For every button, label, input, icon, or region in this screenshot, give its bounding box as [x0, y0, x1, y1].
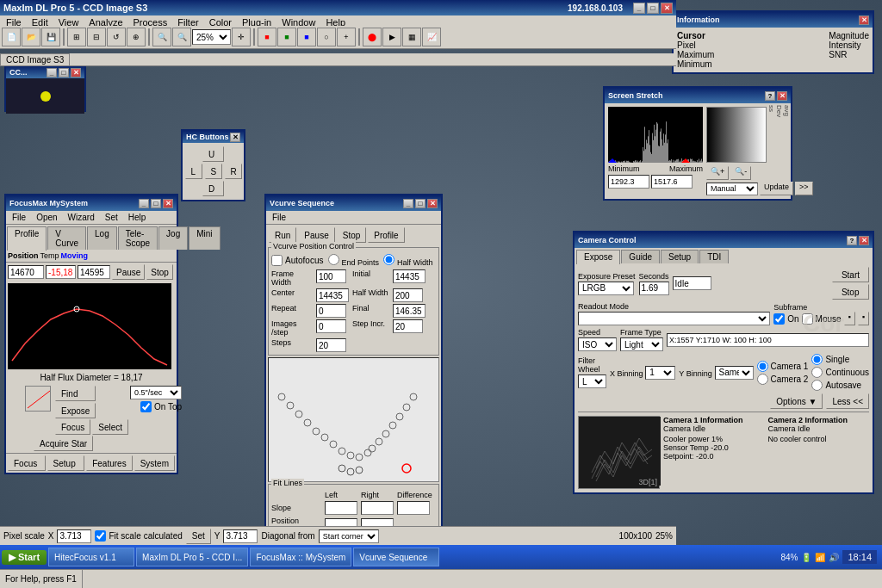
vc-steps-input[interactable]	[316, 338, 346, 352]
fm-ontop-check[interactable]	[140, 401, 152, 412]
vc-stepincr-input[interactable]	[393, 319, 423, 333]
taskbar-item-maxim[interactable]: MaxIm DL Pro 5 - CCD I...	[136, 548, 248, 566]
ss-close[interactable]: ✕	[777, 91, 787, 101]
fm-acquire-button[interactable]: Acquire Star	[34, 436, 93, 451]
hc-close[interactable]: ✕	[230, 133, 240, 142]
vc-slope-left[interactable]	[325, 501, 357, 515]
cam-seconds-input[interactable]	[639, 282, 669, 295]
vc-max[interactable]: □	[415, 199, 425, 208]
cam-stop-button[interactable]: Stop	[832, 284, 869, 300]
taskbar-item-hitec[interactable]: HitecFocus v1.1	[48, 548, 134, 566]
tb-bar-chart[interactable]: ▦	[402, 28, 421, 46]
fm-menu-file[interactable]: File	[8, 212, 30, 223]
tb-btn-1[interactable]: ⊞	[67, 28, 86, 46]
hc-u-button[interactable]: U	[202, 146, 224, 162]
stretch-min-input[interactable]	[608, 175, 649, 189]
taskbar-item-focusmax[interactable]: FocusMax :: MySystem	[250, 548, 351, 566]
cam-tab-tdi[interactable]: TDI	[699, 250, 729, 263]
tb-play[interactable]: ▶	[382, 28, 401, 46]
cam-continuous-radio[interactable]	[811, 367, 823, 378]
tb-graph[interactable]: 📈	[422, 28, 441, 46]
cam-cam1-radio[interactable]	[757, 361, 768, 372]
tb-btn-2[interactable]: ⊟	[87, 28, 106, 46]
taskbar-item-vcurve[interactable]: Vcurve Sequence	[353, 548, 439, 566]
close-button[interactable]: ✕	[661, 3, 673, 14]
vc-run-button[interactable]: Run	[269, 227, 296, 243]
fm-min[interactable]: _	[139, 199, 149, 208]
cam-frametype-select[interactable]: Light	[620, 337, 663, 351]
hc-s-button[interactable]: S	[205, 164, 222, 179]
fm-menu-wizard[interactable]: Wizard	[64, 212, 99, 223]
cam-subframe-btn1[interactable]: ▪	[844, 312, 855, 325]
cam-help[interactable]: ?	[847, 236, 857, 245]
zoom-select[interactable]: 25% 50% 100%	[192, 29, 231, 45]
vc-hw2-input[interactable]	[393, 288, 423, 302]
fm-expose-button[interactable]: Expose	[55, 403, 96, 418]
ccd-close[interactable]: ✕	[71, 68, 81, 77]
vc-fw-input[interactable]	[316, 269, 346, 283]
vc-stop-button[interactable]: Stop	[337, 227, 367, 243]
fm-menu-help[interactable]: Help	[124, 212, 151, 223]
start-button[interactable]: ▶ Start	[2, 550, 47, 565]
fm-pause-button[interactable]: Pause	[112, 264, 145, 280]
fm-stop-button[interactable]: Stop	[146, 264, 173, 280]
fm-position-input[interactable]	[8, 265, 44, 279]
fm-bottom-focus[interactable]: Focus	[8, 455, 46, 471]
vc-initial-input[interactable]	[393, 269, 425, 283]
open-button[interactable]: 📂	[22, 28, 40, 46]
stretch-zoom-in[interactable]: 🔍+	[706, 166, 729, 180]
pscale-startcorner-select[interactable]: Start corner	[319, 529, 379, 543]
stretch-mode-select[interactable]: Manual	[706, 183, 758, 195]
cam-speed-select[interactable]: ISO	[578, 337, 617, 351]
new-button[interactable]: 📄	[2, 28, 21, 46]
cam-options-button[interactable]: Options ▼	[770, 393, 823, 409]
vc-repeat-input[interactable]	[316, 304, 346, 318]
cam-tab-setup[interactable]: Setup	[661, 250, 699, 263]
cam-cam2-radio[interactable]	[757, 374, 768, 385]
vc-profile-button[interactable]: Profile	[368, 227, 404, 243]
info-close[interactable]: ✕	[859, 15, 869, 25]
pscale-x-input[interactable]	[57, 529, 91, 543]
vc-end-points-radio[interactable]	[328, 254, 339, 265]
vc-slope-diff[interactable]	[397, 501, 430, 515]
ccd-max[interactable]: □	[59, 68, 69, 77]
ccd-min[interactable]: _	[47, 68, 57, 77]
stretch-update-button[interactable]: Update	[760, 182, 793, 195]
vc-imgstep-input[interactable]	[316, 319, 346, 333]
cam-autosave-radio[interactable]	[811, 380, 823, 391]
fm-tab-telescope[interactable]: Tele-Scope	[118, 226, 158, 250]
cam-ybin-select[interactable]: Same	[715, 366, 754, 380]
fm-speed-select[interactable]: 0.5"/sec	[130, 386, 182, 399]
ccd-tab[interactable]: CCD Image S3	[0, 53, 70, 65]
fm-find-button[interactable]: Find	[55, 386, 96, 401]
fm-menu-open[interactable]: Open	[32, 212, 61, 223]
tb-stop-red[interactable]: ⬤	[363, 28, 382, 46]
fm-menu-set[interactable]: Set	[101, 212, 122, 223]
vc-center-input[interactable]	[316, 288, 349, 302]
hc-d-button[interactable]: D	[202, 181, 224, 196]
fm-tab-vcurve[interactable]: VCurve	[47, 226, 86, 250]
fm-tab-profile[interactable]: Profile	[7, 226, 47, 251]
fm-max[interactable]: □	[151, 199, 161, 208]
cam-xbin-select[interactable]: 1	[645, 366, 675, 380]
fm-tab-log[interactable]: Log	[87, 226, 117, 250]
hc-l-button[interactable]: L	[185, 164, 202, 179]
stretch-max-input[interactable]	[651, 175, 693, 189]
fm-tab-jog[interactable]: Jog	[158, 226, 188, 250]
pscale-set-button[interactable]: Set	[186, 529, 211, 544]
fm-bottom-features[interactable]: Features	[86, 455, 132, 471]
vc-menu-file[interactable]: File	[268, 212, 290, 223]
hc-r-button[interactable]: R	[225, 164, 242, 179]
zoom-in-button[interactable]: 🔍	[152, 28, 171, 46]
fm-close[interactable]: ✕	[163, 199, 173, 208]
stretch-arrow-button[interactable]: >>	[795, 182, 813, 195]
cam-single-radio[interactable]	[811, 354, 823, 365]
cam-tab-guide[interactable]: Guide	[621, 250, 660, 263]
vc-pause-button[interactable]: Pause	[298, 227, 334, 243]
tb-cursor[interactable]: ✛	[232, 28, 251, 46]
ss-help[interactable]: ?	[765, 91, 775, 101]
vc-half-width-radio[interactable]	[383, 254, 394, 265]
fm-focus-button[interactable]: Focus	[55, 419, 90, 435]
cam-preset-select[interactable]: LRGB	[578, 282, 634, 295]
tb-green[interactable]: ■	[277, 28, 296, 46]
